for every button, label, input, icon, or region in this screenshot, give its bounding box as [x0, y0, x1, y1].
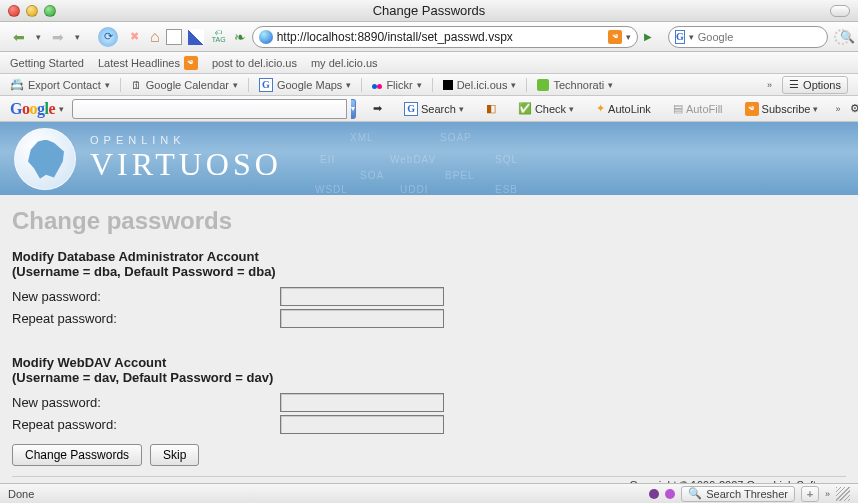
bookmark-google-calendar[interactable]: 🗓 Google Calendar ▾	[131, 79, 238, 91]
dav-repeat-password-label: Repeat password:	[12, 417, 280, 432]
google-g-icon: G	[404, 102, 418, 116]
navigation-toolbar: ⬅ ▾ ➡ ▾ ⟳ ✖ ⌂ 🏷TAG ❧ http://localhost:88…	[0, 22, 858, 52]
rss-icon: ༄	[745, 102, 759, 116]
add-button[interactable]: +	[801, 486, 819, 502]
dav-new-password-label: New password:	[12, 395, 280, 410]
google-menu-dropdown[interactable]: ▾	[59, 104, 64, 114]
resize-grip-icon[interactable]	[836, 487, 850, 501]
google-calendar-label: Google Calendar	[146, 79, 229, 91]
bookmark-my-delicious[interactable]: my del.icio.us	[311, 57, 378, 69]
virtuoso-globe-logo	[14, 128, 76, 190]
delicious-icon	[443, 80, 453, 90]
gt-autofill-label: AutoFill	[686, 103, 723, 115]
page-content: Change passwords Modify Database Adminis…	[0, 195, 858, 483]
go-button[interactable]: ▶	[644, 31, 652, 42]
google-maps-label: Google Maps	[277, 79, 342, 91]
change-passwords-button[interactable]: Change Passwords	[12, 444, 142, 466]
page-title: Change passwords	[12, 207, 846, 235]
status-indicator-icon-2[interactable]	[665, 489, 675, 499]
bookmark-post-delicious[interactable]: post to del.icio.us	[212, 57, 297, 69]
google-toolbar-pagerank[interactable]: ◧	[481, 99, 501, 119]
divider	[526, 78, 527, 92]
search-thresher-button[interactable]: 🔍 Search Thresher	[681, 486, 795, 502]
skip-button[interactable]: Skip	[150, 444, 199, 466]
gt-search-label: Search	[421, 103, 456, 115]
status-indicator-icon[interactable]	[649, 489, 659, 499]
google-toolbar-autolink-button[interactable]: ✦ AutoLink	[591, 99, 656, 119]
bookmark-delicious[interactable]: Del.ici.ous ▾	[443, 79, 517, 91]
delicious-square-icon[interactable]	[188, 29, 204, 45]
google-toolbar-search-dropdown[interactable]: ▾	[351, 99, 356, 119]
copyright-text: Copyright © 1999-2007 OpenLink Software	[12, 476, 846, 483]
reload-button[interactable]: ⟳	[98, 27, 118, 47]
overflow-chevron-icon[interactable]: »	[767, 80, 772, 90]
google-toolbar-overflow[interactable]: »	[835, 104, 840, 114]
home-button[interactable]: ⌂	[150, 28, 160, 46]
divider	[432, 78, 433, 92]
google-toolbar-go[interactable]: ➡	[368, 99, 387, 119]
dba-section-subtitle: (Username = dba, Default Password = dba)	[12, 264, 846, 279]
zoom-window-button[interactable]	[44, 5, 56, 17]
bookmark-square-icon[interactable]	[166, 29, 182, 45]
product-banner: XML SOAP EII WebDAV SQL SOA BPEL WSDL UD…	[0, 122, 858, 195]
google-toolbar-settings-icon[interactable]: ⚙	[845, 99, 859, 119]
divider	[248, 78, 249, 92]
google-toolbar-autofill-button[interactable]: ▤ AutoFill	[668, 99, 728, 119]
leaf-icon[interactable]: ❧	[234, 29, 246, 45]
dav-repeat-password-input[interactable]	[280, 415, 444, 434]
url-bar[interactable]: http://localhost:8890/install/set_passwd…	[252, 26, 638, 48]
close-window-button[interactable]	[8, 5, 20, 17]
url-dropdown[interactable]: ▾	[626, 32, 631, 42]
status-text: Done	[8, 488, 34, 500]
dav-new-password-input[interactable]	[280, 393, 444, 412]
browser-search-bar[interactable]: G ▾ 🔍	[668, 26, 828, 48]
forward-history-dropdown[interactable]: ▾	[75, 32, 80, 42]
divider	[361, 78, 362, 92]
google-toolbar-subscribe-button[interactable]: ༄ Subscribe ▾	[740, 99, 824, 119]
search-engine-dropdown[interactable]: ▾	[689, 32, 694, 42]
google-toolbar-search-button[interactable]: G Search ▾	[399, 99, 469, 119]
stop-button[interactable]: ✖	[124, 27, 144, 47]
export-contact-label: Export Contact	[28, 79, 101, 91]
bookmark-technorati[interactable]: Technorati ▾	[537, 79, 613, 91]
status-bar: Done 🔍 Search Thresher + »	[0, 483, 858, 503]
flickr-label: Flickr	[386, 79, 412, 91]
dba-section-title: Modify Database Administrator Account	[12, 249, 846, 264]
browser-search-input[interactable]	[698, 31, 836, 43]
tag-icon[interactable]: 🏷TAG	[210, 29, 228, 45]
forward-button[interactable]: ➡	[47, 26, 69, 48]
bookmark-flickr[interactable]: Flickr ▾	[372, 79, 421, 91]
back-button[interactable]: ⬅	[8, 26, 30, 48]
gt-subscribe-label: Subscribe	[762, 103, 811, 115]
bookmark-google-maps[interactable]: G Google Maps ▾	[259, 78, 351, 92]
bookmark-export-contact[interactable]: 📇 Export Contact ▾	[10, 78, 110, 91]
options-button[interactable]: ☰ Options	[782, 76, 848, 94]
rss-icon: ༄	[184, 56, 198, 70]
window-titlebar: Change Passwords	[0, 0, 858, 22]
rss-icon[interactable]: ༄	[608, 30, 622, 44]
delicious-label: Del.ici.ous	[457, 79, 508, 91]
status-overflow[interactable]: »	[825, 489, 830, 499]
brand-openlink-label: OPENLINK	[90, 134, 282, 146]
dba-new-password-input[interactable]	[280, 287, 444, 306]
activity-throbber-icon	[834, 29, 850, 45]
google-toolbar-search-input[interactable]	[72, 99, 347, 119]
search-thresher-label: Search Thresher	[706, 488, 788, 500]
bookmarks-bar-2: 📇 Export Contact ▾ 🗓 Google Calendar ▾ G…	[0, 74, 858, 96]
url-text: http://localhost:8890/install/set_passwd…	[277, 30, 604, 44]
site-identity-icon[interactable]	[259, 30, 273, 44]
minimize-window-button[interactable]	[26, 5, 38, 17]
search-engine-icon[interactable]: G	[675, 30, 685, 44]
latest-headlines-label: Latest Headlines	[98, 57, 180, 69]
gt-autolink-label: AutoLink	[608, 103, 651, 115]
bookmark-getting-started[interactable]: Getting Started	[10, 57, 84, 69]
toolbar-toggle-button[interactable]	[830, 5, 850, 17]
dba-repeat-password-input[interactable]	[280, 309, 444, 328]
back-history-dropdown[interactable]: ▾	[36, 32, 41, 42]
brand-virtuoso-label: VIRTUOSO	[90, 146, 282, 183]
bookmark-latest-headlines[interactable]: Latest Headlines༄	[98, 56, 198, 70]
google-toolbar-check-button[interactable]: ✅ Check ▾	[513, 99, 579, 119]
technorati-label: Technorati	[553, 79, 604, 91]
dba-new-password-label: New password:	[12, 289, 280, 304]
google-logo[interactable]: Google	[10, 100, 55, 118]
